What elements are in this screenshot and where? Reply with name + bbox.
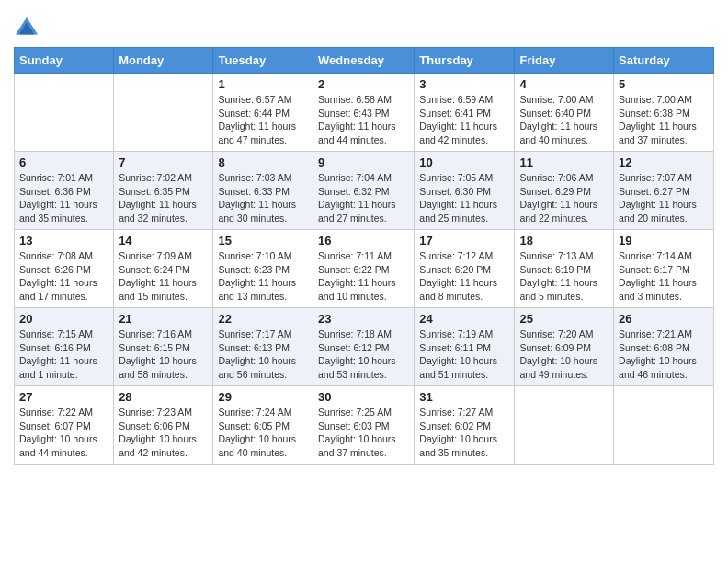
day-detail: Sunrise: 7:17 AM Sunset: 6:13 PM Dayligh… [218,327,308,382]
day-detail: Sunrise: 7:10 AM Sunset: 6:23 PM Dayligh… [218,249,308,304]
logo-icon [14,14,40,40]
calendar-cell: 7Sunrise: 7:02 AM Sunset: 6:35 PM Daylig… [114,152,213,230]
day-number: 10 [419,155,509,169]
calendar-cell: 15Sunrise: 7:10 AM Sunset: 6:23 PM Dayli… [213,230,313,308]
day-number: 2 [318,77,409,91]
day-detail: Sunrise: 7:18 AM Sunset: 6:12 PM Dayligh… [318,327,409,382]
day-number: 4 [519,77,609,91]
weekday-header-thursday: Thursday [415,48,515,74]
day-detail: Sunrise: 7:00 AM Sunset: 6:40 PM Dayligh… [519,93,609,147]
day-detail: Sunrise: 7:03 AM Sunset: 6:33 PM Dayligh… [218,171,308,225]
day-number: 16 [318,234,409,247]
day-detail: Sunrise: 7:20 AM Sunset: 6:09 PM Dayligh… [519,327,609,382]
calendar-table: SundayMondayTuesdayWednesdayThursdayFrid… [14,47,714,465]
day-detail: Sunrise: 7:13 AM Sunset: 6:19 PM Dayligh… [519,249,609,304]
calendar-cell: 16Sunrise: 7:11 AM Sunset: 6:22 PM Dayli… [313,230,414,308]
calendar-week-row: 1Sunrise: 6:57 AM Sunset: 6:44 PM Daylig… [15,74,714,152]
day-detail: Sunrise: 7:16 AM Sunset: 6:15 PM Dayligh… [119,327,208,382]
calendar-cell: 8Sunrise: 7:03 AM Sunset: 6:33 PM Daylig… [213,152,313,230]
calendar-cell: 1Sunrise: 6:57 AM Sunset: 6:44 PM Daylig… [213,74,313,152]
day-number: 18 [519,234,609,247]
day-detail: Sunrise: 6:59 AM Sunset: 6:41 PM Dayligh… [419,93,509,147]
weekday-header-wednesday: Wednesday [313,48,414,74]
calendar-cell: 23Sunrise: 7:18 AM Sunset: 6:12 PM Dayli… [313,308,414,386]
calendar-cell: 21Sunrise: 7:16 AM Sunset: 6:15 PM Dayli… [114,308,213,386]
calendar-cell: 9Sunrise: 7:04 AM Sunset: 6:32 PM Daylig… [313,152,414,230]
day-detail: Sunrise: 7:09 AM Sunset: 6:24 PM Dayligh… [119,249,208,304]
day-number: 14 [119,234,208,247]
day-detail: Sunrise: 7:11 AM Sunset: 6:22 PM Dayligh… [318,249,409,304]
day-number: 25 [519,312,609,326]
day-number: 7 [119,155,208,169]
day-detail: Sunrise: 7:22 AM Sunset: 6:07 PM Dayligh… [19,406,108,460]
day-detail: Sunrise: 7:07 AM Sunset: 6:27 PM Dayligh… [619,171,709,225]
day-number: 21 [119,312,208,326]
day-number: 31 [419,390,509,404]
day-number: 24 [419,312,509,326]
day-detail: Sunrise: 7:23 AM Sunset: 6:06 PM Dayligh… [119,406,208,460]
weekday-header-monday: Monday [114,48,213,74]
day-number: 1 [218,77,308,91]
day-detail: Sunrise: 6:57 AM Sunset: 6:44 PM Dayligh… [218,93,308,147]
day-detail: Sunrise: 7:25 AM Sunset: 6:03 PM Dayligh… [318,406,409,460]
day-number: 22 [218,312,308,326]
calendar-cell [614,386,714,465]
calendar-cell: 24Sunrise: 7:19 AM Sunset: 6:11 PM Dayli… [415,308,515,386]
calendar-cell: 30Sunrise: 7:25 AM Sunset: 6:03 PM Dayli… [313,386,414,465]
day-detail: Sunrise: 7:15 AM Sunset: 6:16 PM Dayligh… [19,327,108,382]
calendar-cell: 2Sunrise: 6:58 AM Sunset: 6:43 PM Daylig… [313,74,414,152]
calendar-cell: 3Sunrise: 6:59 AM Sunset: 6:41 PM Daylig… [415,74,515,152]
calendar-cell: 13Sunrise: 7:08 AM Sunset: 6:26 PM Dayli… [15,230,114,308]
day-detail: Sunrise: 6:58 AM Sunset: 6:43 PM Dayligh… [318,93,409,147]
day-detail: Sunrise: 7:06 AM Sunset: 6:29 PM Dayligh… [519,171,609,225]
day-number: 27 [19,390,108,404]
logo [14,14,41,40]
day-number: 26 [619,312,709,326]
calendar-cell: 25Sunrise: 7:20 AM Sunset: 6:09 PM Dayli… [515,308,614,386]
calendar-cell: 28Sunrise: 7:23 AM Sunset: 6:06 PM Dayli… [114,386,213,465]
day-number: 19 [619,234,709,247]
day-detail: Sunrise: 7:12 AM Sunset: 6:20 PM Dayligh… [419,249,509,304]
weekday-header-saturday: Saturday [614,48,714,74]
day-number: 8 [218,155,308,169]
day-detail: Sunrise: 7:21 AM Sunset: 6:08 PM Dayligh… [619,327,709,382]
calendar-cell: 27Sunrise: 7:22 AM Sunset: 6:07 PM Dayli… [15,386,114,465]
calendar-cell: 18Sunrise: 7:13 AM Sunset: 6:19 PM Dayli… [515,230,614,308]
day-number: 20 [19,312,108,326]
day-number: 12 [619,155,709,169]
calendar-page: SundayMondayTuesdayWednesdayThursdayFrid… [0,0,728,478]
day-detail: Sunrise: 7:08 AM Sunset: 6:26 PM Dayligh… [19,249,108,304]
calendar-cell: 29Sunrise: 7:24 AM Sunset: 6:05 PM Dayli… [213,386,313,465]
day-number: 17 [419,234,509,247]
day-detail: Sunrise: 7:02 AM Sunset: 6:35 PM Dayligh… [119,171,208,225]
calendar-cell: 12Sunrise: 7:07 AM Sunset: 6:27 PM Dayli… [614,152,714,230]
calendar-cell [515,386,614,465]
day-number: 13 [19,234,108,247]
weekday-header-row: SundayMondayTuesdayWednesdayThursdayFrid… [15,48,714,74]
calendar-cell: 4Sunrise: 7:00 AM Sunset: 6:40 PM Daylig… [515,74,614,152]
day-number: 15 [218,234,308,247]
day-detail: Sunrise: 7:05 AM Sunset: 6:30 PM Dayligh… [419,171,509,225]
calendar-cell: 22Sunrise: 7:17 AM Sunset: 6:13 PM Dayli… [213,308,313,386]
day-number: 6 [19,155,108,169]
day-detail: Sunrise: 7:00 AM Sunset: 6:38 PM Dayligh… [619,93,709,147]
day-number: 5 [619,77,709,91]
day-number: 23 [318,312,409,326]
day-number: 30 [318,390,409,404]
calendar-cell: 26Sunrise: 7:21 AM Sunset: 6:08 PM Dayli… [614,308,714,386]
day-detail: Sunrise: 7:01 AM Sunset: 6:36 PM Dayligh… [19,171,108,225]
day-detail: Sunrise: 7:27 AM Sunset: 6:02 PM Dayligh… [419,406,509,460]
calendar-cell: 5Sunrise: 7:00 AM Sunset: 6:38 PM Daylig… [614,74,714,152]
weekday-header-sunday: Sunday [15,48,114,74]
day-number: 3 [419,77,509,91]
calendar-cell: 17Sunrise: 7:12 AM Sunset: 6:20 PM Dayli… [415,230,515,308]
day-detail: Sunrise: 7:04 AM Sunset: 6:32 PM Dayligh… [318,171,409,225]
calendar-cell: 20Sunrise: 7:15 AM Sunset: 6:16 PM Dayli… [15,308,114,386]
day-number: 29 [218,390,308,404]
day-detail: Sunrise: 7:24 AM Sunset: 6:05 PM Dayligh… [218,406,308,460]
day-number: 28 [119,390,208,404]
weekday-header-friday: Friday [515,48,614,74]
day-number: 11 [519,155,609,169]
calendar-week-row: 20Sunrise: 7:15 AM Sunset: 6:16 PM Dayli… [15,308,714,386]
weekday-header-tuesday: Tuesday [213,48,313,74]
